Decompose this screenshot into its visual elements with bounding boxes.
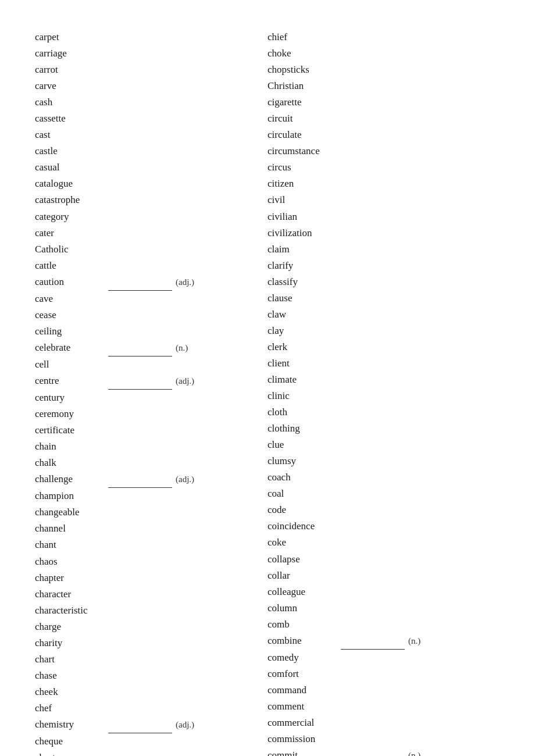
word-label: champion [35,488,105,504]
list-item: channel [35,520,268,537]
list-item: coal [268,486,500,502]
list-item: chase [35,668,268,684]
list-item: ceremony [35,406,268,422]
word-label: chief [268,29,337,45]
word-label: code [268,502,337,518]
list-item: chain [35,438,268,455]
word-label: century [35,390,105,406]
list-item: clue [268,437,500,453]
word-label: chalk [35,455,105,471]
list-item: circumstance [268,143,500,159]
list-item: carrot [35,62,268,78]
list-item: chaos [35,554,268,570]
word-label: cast [35,127,105,143]
word-label: civilization [268,225,337,241]
list-item: champion [35,488,268,504]
list-item: circulate [268,127,500,143]
word-label: cheque [35,733,105,750]
list-item: cast [35,127,268,143]
word-label: clay [268,323,337,339]
list-item: civil [268,192,500,208]
word-label: commercial [268,715,337,731]
word-label: castle [35,143,105,159]
word-label: clarify [268,258,337,274]
pos-label: (n.) [408,634,420,648]
word-label: cell [35,356,105,373]
word-label: commit [268,747,337,756]
list-item: clothing [268,420,500,437]
blank-line [108,471,172,488]
word-label: commission [268,731,337,747]
list-item: carriage [35,45,268,62]
list-item: column [268,600,500,616]
word-label: client [268,355,337,372]
word-label: chef [35,700,105,716]
column-right: chiefchokechopsticksChristiancigaretteci… [268,29,500,756]
list-item: cattle [35,258,268,274]
word-label: clumsy [268,453,337,469]
word-label: chaos [35,554,105,570]
list-item: command [268,682,500,698]
word-label: collar [268,568,337,584]
list-item: casual [35,159,268,176]
list-item: comment [268,698,500,715]
word-label: coincidence [268,518,337,534]
word-label: chase [35,668,105,684]
word-label: civilian [268,209,337,225]
word-label: classify [268,274,337,290]
word-label: collapse [268,551,337,568]
list-item: clarify [268,258,500,274]
list-item: commercial [268,715,500,731]
list-item: caution (adj.) [35,274,268,291]
word-label: coach [268,469,337,486]
pos-label: (adj.) [176,718,194,732]
list-item: client [268,355,500,372]
word-label: character [35,586,105,602]
word-label: chant [35,537,105,553]
word-label: coke [268,534,337,551]
list-item: chest [35,750,268,756]
word-label: cassette [35,110,105,127]
list-item: choke [268,45,500,62]
list-item: coach [268,469,500,486]
list-item: changeable [35,504,268,520]
word-label: carrot [35,62,105,78]
word-label: challenge [35,471,105,487]
blank-line [108,716,172,733]
list-item: chemistry (adj.) [35,716,268,733]
list-item: cave [35,291,268,307]
word-label: colleague [268,584,337,600]
word-label: ceremony [35,406,105,422]
word-label: citizen [268,176,337,192]
pos-label: (n.) [408,748,420,756]
word-label: catastrophe [35,192,105,208]
list-item: colleague [268,584,500,600]
word-label: comment [268,698,337,715]
word-label: claim [268,241,337,258]
list-item: cheek [35,684,268,700]
list-item: cell [35,356,268,373]
word-label: clothing [268,420,337,437]
word-label: category [35,209,105,225]
word-label: Christian [268,78,337,94]
word-label: cease [35,307,105,323]
word-label: comb [268,616,337,633]
list-item: classify [268,274,500,290]
word-label: carpet [35,29,105,45]
word-label: chapter [35,570,105,586]
word-label: circulate [268,127,337,143]
list-item: collar [268,568,500,584]
word-label: chemistry [35,716,105,733]
pos-label: (adj.) [176,472,194,487]
list-item: cigarette [268,94,500,110]
list-item: civilization [268,225,500,241]
word-label: cheek [35,684,105,700]
list-item: comedy [268,650,500,666]
list-item: collapse [268,551,500,568]
word-label: caution [35,274,105,290]
list-item: commit (n.) [268,747,500,756]
list-item: coincidence [268,518,500,534]
list-item: clerk [268,339,500,355]
word-label: certificate [35,422,105,438]
list-item: cloth [268,404,500,420]
